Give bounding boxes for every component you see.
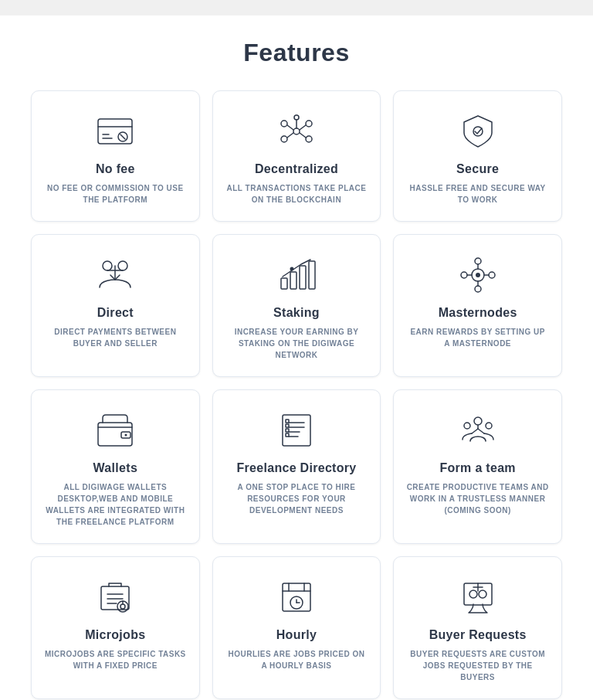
- secure-title: Secure: [456, 162, 499, 176]
- features-row-3: Wallets ALL DIGIWAGE WALLETS DESKTOP,WEB…: [31, 389, 562, 544]
- svg-rect-37: [98, 423, 132, 446]
- svg-point-70: [479, 590, 486, 598]
- team-icon: [456, 409, 500, 452]
- freelance-icon: [275, 409, 318, 452]
- svg-point-39: [125, 434, 127, 437]
- masternodes-title: Masternodes: [439, 306, 517, 320]
- card-freelance-directory: Freelance Directory A ONE STOP PLACE TO …: [212, 389, 381, 544]
- svg-rect-25: [309, 261, 315, 289]
- decentralized-desc: ALL TRANSACTIONS TAKE PLACE ON THE BLOCK…: [225, 182, 368, 206]
- svg-rect-45: [286, 420, 289, 423]
- features-row-2: Direct DIRECT PAYMENTS BETWEEN BUYER AND…: [31, 234, 562, 377]
- svg-rect-0: [98, 119, 132, 144]
- buyer-requests-title: Buyer Requests: [429, 628, 527, 642]
- freelance-directory-desc: A ONE STOP PLACE TO HIRE RESOURCES FOR Y…: [225, 481, 368, 516]
- svg-point-36: [476, 273, 480, 277]
- svg-point-30: [461, 272, 467, 278]
- no-fee-desc: NO FEE OR COMMISSION TO USE THE PLATFORM: [44, 182, 187, 206]
- buyer-requests-icon: [456, 576, 500, 619]
- page-title: Features: [31, 39, 562, 67]
- masternodes-desc: EARN REWARDS BY SETTING UP A MASTERNODE: [406, 326, 549, 349]
- svg-point-6: [293, 128, 300, 134]
- svg-line-54: [478, 429, 484, 433]
- svg-point-8: [306, 121, 312, 127]
- direct-icon: [93, 253, 137, 297]
- svg-rect-23: [290, 272, 296, 289]
- svg-point-49: [474, 417, 482, 425]
- staking-icon: [275, 253, 318, 297]
- svg-point-51: [486, 423, 492, 429]
- card-form-team: Form a team CREATE PRODUCTIVE TEAMS AND …: [393, 389, 562, 544]
- svg-line-5: [120, 134, 125, 139]
- page-container: Features No fee NO FEE OR COMMISSION TO …: [0, 15, 593, 700]
- card-staking: Staking INCREASE YOUR EARNING BY STAKING…: [212, 234, 381, 377]
- svg-point-19: [118, 261, 127, 270]
- no-fee-icon: [93, 110, 137, 153]
- svg-point-28: [475, 258, 481, 264]
- svg-point-10: [306, 136, 312, 142]
- svg-point-15: [294, 115, 299, 120]
- svg-point-50: [464, 423, 470, 429]
- card-buyer-requests: Buyer Requests BUYER REQUESTS ARE CUSTOM…: [393, 556, 562, 699]
- card-decentralized: Decentralized ALL TRANSACTIONS TAKE PLAC…: [212, 90, 381, 222]
- svg-point-31: [489, 272, 495, 278]
- card-masternodes: Masternodes EARN REWARDS BY SETTING UP A…: [393, 234, 562, 377]
- microjobs-icon: [93, 576, 137, 619]
- features-row-4: Microjobs MICROJOBS ARE SPECIFIC TASKS W…: [31, 556, 562, 699]
- svg-point-69: [469, 590, 477, 598]
- card-wallets: Wallets ALL DIGIWAGE WALLETS DESKTOP,WEB…: [31, 389, 200, 544]
- svg-line-53: [472, 429, 478, 433]
- freelance-directory-title: Freelance Directory: [236, 461, 356, 475]
- svg-line-13: [287, 133, 293, 138]
- card-microjobs: Microjobs MICROJOBS ARE SPECIFIC TASKS W…: [31, 556, 200, 699]
- masternodes-icon: [456, 253, 500, 297]
- svg-rect-48: [286, 433, 289, 437]
- decentralized-icon: [275, 110, 318, 153]
- svg-point-29: [475, 286, 481, 292]
- staking-desc: INCREASE YOUR EARNING BY STAKING ON THE …: [225, 326, 368, 361]
- svg-line-12: [300, 125, 306, 130]
- svg-point-60: [120, 604, 125, 609]
- svg-rect-46: [286, 424, 289, 427]
- hourly-icon: [275, 576, 318, 619]
- card-hourly: Hourly HOURLIES ARE JOBS PRICED ON A HOU…: [212, 556, 381, 699]
- features-row-1: No fee NO FEE OR COMMISSION TO USE THE P…: [31, 90, 562, 222]
- wallets-icon: [93, 409, 137, 452]
- svg-point-7: [281, 121, 287, 127]
- card-secure: Secure HASSLE FREE AND SECURE WAY TO WOR…: [393, 90, 562, 222]
- form-team-title: Form a team: [439, 461, 515, 475]
- svg-line-11: [287, 125, 293, 130]
- svg-point-9: [281, 136, 287, 142]
- form-team-desc: CREATE PRODUCTIVE TEAMS AND WORK IN A TR…: [406, 481, 549, 516]
- direct-title: Direct: [97, 306, 134, 320]
- svg-line-14: [300, 133, 306, 138]
- wallets-desc: ALL DIGIWAGE WALLETS DESKTOP,WEB AND MOB…: [44, 481, 187, 528]
- wallets-title: Wallets: [93, 461, 138, 475]
- hourly-desc: HOURLIES ARE JOBS PRICED ON A HOURLY BAS…: [225, 648, 368, 671]
- card-direct: Direct DIRECT PAYMENTS BETWEEN BUYER AND…: [31, 234, 200, 377]
- no-fee-title: No fee: [96, 162, 135, 176]
- hourly-title: Hourly: [276, 628, 317, 642]
- card-no-fee: No fee NO FEE OR COMMISSION TO USE THE P…: [31, 90, 200, 222]
- svg-rect-24: [300, 266, 306, 289]
- svg-point-26: [290, 267, 293, 271]
- secure-icon: [456, 110, 500, 153]
- buyer-requests-desc: BUYER REQUESTS ARE CUSTOM JOBS REQUESTED…: [406, 648, 549, 683]
- direct-desc: DIRECT PAYMENTS BETWEEN BUYER AND SELLER: [44, 326, 187, 349]
- decentralized-title: Decentralized: [255, 162, 338, 176]
- svg-rect-47: [286, 429, 289, 432]
- svg-point-18: [103, 261, 112, 270]
- microjobs-title: Microjobs: [85, 628, 145, 642]
- svg-rect-62: [283, 583, 310, 611]
- svg-rect-22: [281, 278, 287, 289]
- secure-desc: HASSLE FREE AND SECURE WAY TO WORK: [406, 182, 549, 206]
- staking-title: Staking: [273, 306, 320, 320]
- microjobs-desc: MICROJOBS ARE SPECIFIC TASKS WITH A FIXE…: [44, 648, 187, 671]
